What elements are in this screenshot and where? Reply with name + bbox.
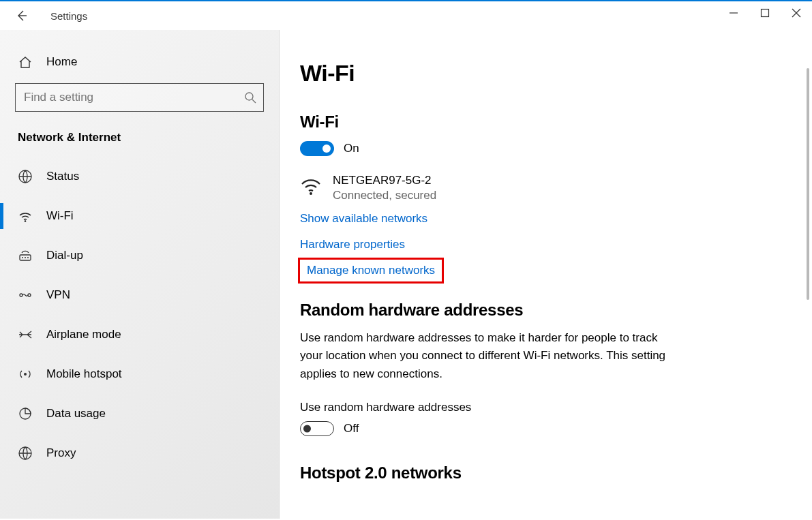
- nav-item-label: VPN: [46, 288, 70, 302]
- minimize-button[interactable]: [718, 3, 749, 23]
- title-bar: Settings: [0, 1, 812, 30]
- nav-item-hotspot[interactable]: Mobile hotspot: [0, 354, 279, 394]
- hotspot-icon: [18, 367, 33, 382]
- main-panel: Wi-Fi Wi-Fi On NETGEAR97-5G-2 Connected,…: [280, 30, 812, 519]
- link-show-available-networks[interactable]: Show available networks: [300, 212, 427, 226]
- wifi-signal-icon: [300, 175, 322, 200]
- scrollbar-thumb[interactable]: [807, 68, 809, 300]
- random-addresses-title: Random hardware addresses: [300, 301, 785, 320]
- svg-point-17: [310, 192, 312, 195]
- nav-item-label: Mobile hotspot: [46, 367, 122, 381]
- status-icon: [18, 169, 33, 184]
- random-addresses-body: Use random hardware addresses to make it…: [300, 329, 675, 383]
- link-hardware-properties[interactable]: Hardware properties: [300, 238, 405, 251]
- vpn-icon: [18, 288, 33, 303]
- nav-item-data-usage[interactable]: Data usage: [0, 394, 279, 433]
- wifi-toggle[interactable]: [300, 141, 334, 156]
- nav-item-dialup[interactable]: Dial-up: [0, 236, 279, 275]
- window-title: Settings: [50, 10, 87, 22]
- nav-item-vpn[interactable]: VPN: [0, 275, 279, 315]
- current-network[interactable]: NETGEAR97-5G-2 Connected, secured: [300, 174, 785, 202]
- svg-line-5: [252, 100, 256, 103]
- network-status: Connected, secured: [333, 189, 436, 202]
- wifi-toggle-state: On: [344, 142, 359, 155]
- svg-point-9: [22, 257, 23, 258]
- home-icon: [18, 55, 33, 70]
- nav-item-label: Dial-up: [46, 249, 83, 262]
- nav-item-label: Data usage: [46, 407, 106, 420]
- nav-list: Status Wi-Fi Dial-up VPN: [0, 157, 279, 473]
- random-addresses-toggle[interactable]: [300, 421, 334, 436]
- close-button[interactable]: [781, 3, 812, 23]
- window-controls: [718, 3, 812, 23]
- network-name: NETGEAR97-5G-2: [333, 174, 436, 187]
- nav-item-label: Wi-Fi: [46, 209, 74, 223]
- page-title: Wi-Fi: [300, 60, 785, 87]
- svg-point-10: [25, 257, 26, 258]
- svg-point-12: [20, 294, 22, 296]
- svg-point-7: [25, 220, 27, 222]
- svg-rect-1: [762, 10, 769, 17]
- svg-point-13: [28, 294, 31, 296]
- nav-item-label: Proxy: [46, 446, 76, 460]
- wifi-icon: [18, 209, 33, 224]
- svg-point-4: [245, 93, 253, 100]
- maximize-button[interactable]: [749, 3, 781, 23]
- nav-item-label: Status: [46, 170, 79, 183]
- hotspot-2-title: Hotspot 2.0 networks: [300, 463, 785, 483]
- search-icon: [244, 91, 256, 104]
- category-header: Network & Internet: [0, 131, 279, 157]
- back-button[interactable]: [15, 9, 29, 22]
- home-label: Home: [46, 55, 77, 69]
- random-toggle-state: Off: [344, 422, 359, 435]
- nav-item-label: Airplane mode: [46, 328, 121, 341]
- nav-item-status[interactable]: Status: [0, 157, 279, 196]
- search-box[interactable]: [15, 83, 264, 112]
- search-input[interactable]: [24, 91, 244, 104]
- nav-item-airplane[interactable]: Airplane mode: [0, 315, 279, 354]
- dialup-icon: [18, 248, 33, 263]
- random-toggle-label: Use random hardware addresses: [300, 401, 785, 414]
- link-manage-known-networks[interactable]: Manage known networks: [300, 260, 442, 281]
- nav-item-proxy[interactable]: Proxy: [0, 433, 279, 473]
- airplane-icon: [18, 327, 33, 342]
- data-usage-icon: [18, 406, 33, 421]
- nav-sidebar: Home Network & Internet Status Wi-Fi: [0, 30, 280, 519]
- svg-point-14: [24, 373, 27, 376]
- nav-item-wifi[interactable]: Wi-Fi: [0, 196, 279, 236]
- wifi-section-title: Wi-Fi: [300, 112, 785, 132]
- home-button[interactable]: Home: [0, 50, 279, 83]
- proxy-icon: [18, 446, 33, 461]
- svg-point-11: [27, 257, 29, 258]
